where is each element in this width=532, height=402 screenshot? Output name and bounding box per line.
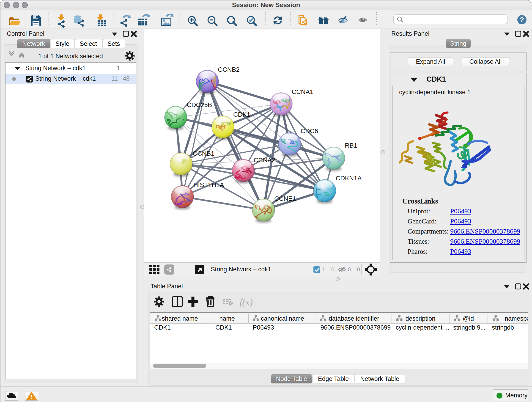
svg-text:CCNB2: CCNB2: [218, 66, 240, 73]
svg-text:namespace: namespace: [505, 315, 528, 322]
svg-text:?: ?: [520, 16, 524, 24]
svg-text:CCNB1: CCNB1: [193, 150, 215, 157]
svg-text:1 – 0: 1 – 0: [322, 266, 334, 273]
svg-text:name: name: [219, 315, 235, 322]
svg-text:CDK1: CDK1: [233, 111, 250, 118]
svg-text:@id: @id: [463, 315, 474, 322]
svg-text:canonical name: canonical name: [261, 315, 304, 322]
svg-text:f(x): f(x): [239, 297, 253, 307]
svg-text:CCNA1: CCNA1: [292, 88, 313, 95]
svg-text:CCNA2: CCNA2: [254, 157, 275, 164]
svg-text:database identifier: database identifier: [329, 315, 380, 322]
svg-text:description: description: [405, 315, 436, 322]
svg-text:CDKN1A: CDKN1A: [336, 175, 362, 182]
svg-text:HIST1H1A: HIST1H1A: [193, 181, 224, 188]
svg-text:shared name: shared name: [162, 315, 198, 322]
svg-text:0 – 0: 0 – 0: [348, 266, 360, 273]
svg-text:CDC6: CDC6: [301, 128, 318, 134]
svg-text:CCNE1: CCNE1: [274, 195, 296, 202]
svg-text:CDC25B: CDC25B: [187, 101, 212, 108]
svg-text:RB1: RB1: [345, 142, 357, 149]
